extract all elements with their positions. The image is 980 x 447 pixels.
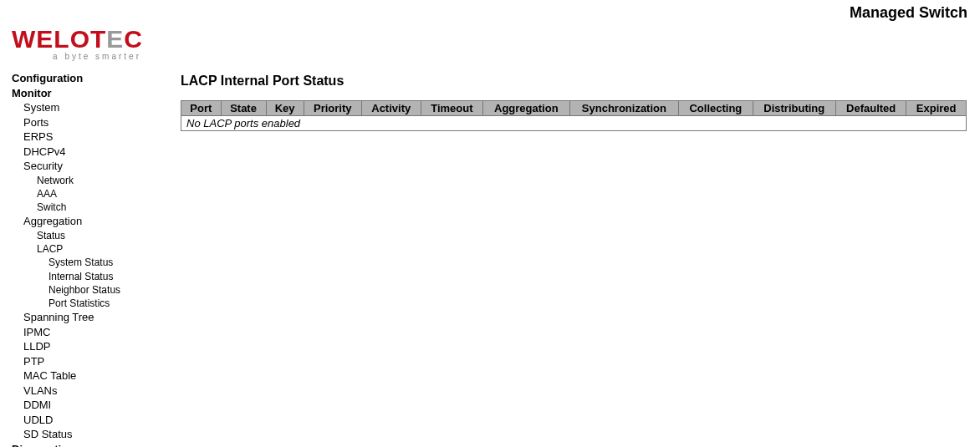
nav-item-lldp[interactable]: LLDP	[12, 339, 167, 354]
nav-item-ports[interactable]: Ports	[12, 115, 167, 130]
table-header-row: PortStateKeyPriorityActivityTimeoutAggre…	[181, 101, 967, 116]
nav-item-aggregation[interactable]: Aggregation	[12, 214, 167, 229]
nav-item-ptp[interactable]: PTP	[12, 354, 167, 369]
main-content: LACP Internal Port Status PortStateKeyPr…	[167, 67, 980, 447]
nav-item-switch[interactable]: Switch	[12, 201, 167, 214]
page-title: LACP Internal Port Status	[181, 74, 967, 89]
lacp-status-table: PortStateKeyPriorityActivityTimeoutAggre…	[181, 100, 967, 131]
nav-item-ipmc[interactable]: IPMC	[12, 325, 167, 340]
nav-item-monitor[interactable]: Monitor	[12, 86, 167, 101]
sidebar-nav: ConfigurationMonitorSystemPortsERPSDHCPv…	[0, 67, 167, 447]
nav-item-aaa[interactable]: AAA	[12, 187, 167, 201]
nav-item-lacp[interactable]: LACP	[12, 242, 167, 256]
nav-item-vlans[interactable]: VLANs	[12, 384, 167, 399]
col-expired: Expired	[906, 101, 967, 116]
col-distributing: Distributing	[753, 101, 835, 116]
logo-text: WELOTEC	[12, 25, 143, 53]
col-key: Key	[266, 101, 304, 116]
table-empty-row: No LACP ports enabled	[181, 116, 967, 131]
nav-item-sd-status[interactable]: SD Status	[12, 427, 167, 442]
nav-item-diagnostics[interactable]: Diagnostics	[12, 442, 167, 447]
nav-item-dhcpv4[interactable]: DHCPv4	[12, 145, 167, 160]
nav-item-network[interactable]: Network	[12, 174, 167, 187]
header: Managed Switch WELOTEC a byte smarter	[0, 0, 980, 67]
nav-item-system[interactable]: System	[12, 100, 167, 115]
nav-item-udld[interactable]: UDLD	[12, 413, 167, 428]
nav-item-spanning-tree[interactable]: Spanning Tree	[12, 310, 167, 325]
col-port: Port	[181, 101, 222, 116]
col-defaulted: Defaulted	[836, 101, 906, 116]
table-empty-message: No LACP ports enabled	[181, 116, 967, 131]
nav-item-security[interactable]: Security	[12, 159, 167, 174]
col-timeout: Timeout	[421, 101, 482, 116]
nav-item-configuration[interactable]: Configuration	[12, 71, 167, 86]
nav-item-internal-status[interactable]: Internal Status	[12, 270, 167, 283]
col-state: State	[221, 101, 266, 116]
nav-item-neighbor-status[interactable]: Neighbor Status	[12, 283, 167, 297]
col-synchronization: Synchronization	[569, 101, 679, 116]
col-priority: Priority	[304, 101, 361, 116]
nav-item-port-statistics[interactable]: Port Statistics	[12, 297, 167, 310]
nav-item-ddmi[interactable]: DDMI	[12, 398, 167, 413]
nav-item-mac-table[interactable]: MAC Table	[12, 368, 167, 384]
nav-item-status[interactable]: Status	[12, 229, 167, 242]
logo: WELOTEC a byte smarter	[12, 25, 143, 61]
col-collecting: Collecting	[679, 101, 753, 116]
col-aggregation: Aggregation	[483, 101, 569, 116]
nav-item-system-status[interactable]: System Status	[12, 256, 167, 269]
nav-item-erps[interactable]: ERPS	[12, 130, 167, 145]
col-activity: Activity	[361, 101, 421, 116]
app-title: Managed Switch	[850, 4, 967, 22]
